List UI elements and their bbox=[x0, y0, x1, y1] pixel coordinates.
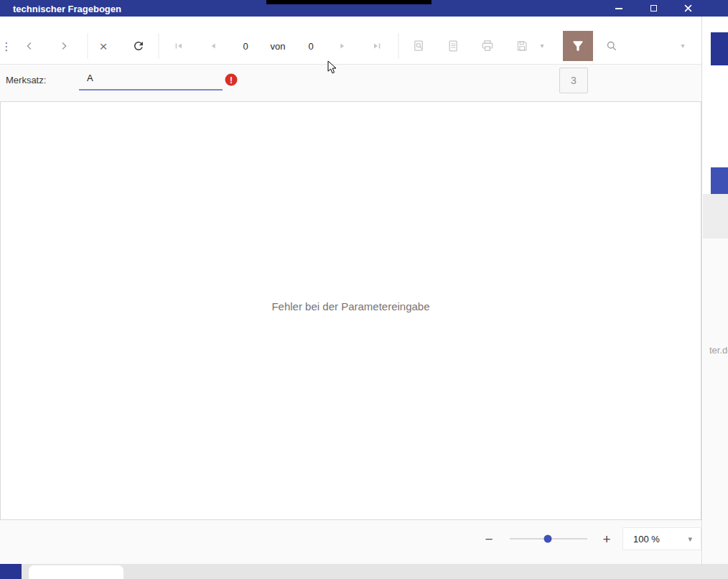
chevron-right-icon bbox=[57, 40, 70, 52]
report-content-area: Fehler bei der Parametereingabe bbox=[0, 101, 701, 520]
close-icon bbox=[684, 4, 692, 12]
background-black-strip bbox=[266, 0, 431, 4]
zoom-bar: − + 100 % ▾ bbox=[0, 520, 701, 564]
toolbar-separator bbox=[398, 33, 399, 59]
first-page-button[interactable] bbox=[174, 41, 184, 51]
mouse-cursor bbox=[327, 60, 338, 75]
close-x-icon: × bbox=[99, 40, 107, 53]
save-icon bbox=[515, 40, 529, 53]
printer-icon bbox=[480, 39, 495, 53]
first-page-icon bbox=[174, 41, 184, 51]
kebab-menu-icon: ⋮ bbox=[1, 41, 12, 52]
filter-button[interactable] bbox=[563, 31, 593, 61]
parameter-error-icon: ! bbox=[225, 74, 238, 86]
document-icon bbox=[447, 40, 460, 53]
chevron-down-icon: ▾ bbox=[681, 42, 684, 50]
next-page-button[interactable] bbox=[337, 41, 347, 51]
page-setup-button[interactable] bbox=[447, 40, 460, 53]
back-button[interactable] bbox=[23, 40, 36, 52]
print-button[interactable] bbox=[480, 39, 495, 53]
export-save-button[interactable] bbox=[515, 40, 529, 53]
zoom-level-select[interactable]: 100 % ▾ bbox=[622, 527, 701, 550]
minus-icon: − bbox=[485, 532, 493, 546]
refresh-icon bbox=[132, 40, 145, 52]
merksatz-label: Merksatz: bbox=[6, 75, 46, 85]
background-corner-navy bbox=[0, 564, 22, 579]
print-preview-icon bbox=[412, 40, 426, 53]
total-pages-field[interactable]: 0 bbox=[308, 42, 313, 51]
chevron-down-icon: ▾ bbox=[688, 535, 692, 543]
error-message: Fehler bei der Parametereingabe bbox=[1, 300, 701, 312]
zoom-in-button[interactable]: + bbox=[602, 532, 610, 546]
toolbar-separator bbox=[159, 33, 159, 59]
zoom-slider-thumb[interactable] bbox=[544, 535, 552, 543]
background-bottom-strip bbox=[0, 564, 728, 579]
background-url-fragment: ter.de bbox=[709, 345, 728, 356]
filter-icon bbox=[571, 39, 585, 53]
minimize-button[interactable] bbox=[602, 0, 636, 17]
parameter-row: Merksatz: ! 3 bbox=[0, 65, 701, 101]
cancel-loading-button[interactable]: × bbox=[99, 40, 107, 53]
minimize-icon bbox=[615, 8, 622, 9]
previous-page-button[interactable] bbox=[208, 41, 218, 51]
last-page-button[interactable] bbox=[372, 41, 382, 51]
parameter-count-button[interactable]: 3 bbox=[559, 68, 588, 93]
last-page-icon bbox=[372, 41, 382, 51]
app-screen: ter.de technischer Fragebogen ⋮ bbox=[0, 0, 728, 579]
report-viewer-dialog: ⋮ × 0 von 0 bbox=[0, 17, 702, 564]
chevron-left-icon bbox=[23, 40, 36, 52]
maximize-icon bbox=[650, 5, 657, 11]
more-menu-button[interactable]: ⋮ bbox=[1, 41, 12, 52]
next-page-icon bbox=[337, 41, 347, 51]
export-dropdown-button[interactable]: ▾ bbox=[540, 42, 543, 50]
zoom-out-button[interactable]: − bbox=[485, 532, 493, 546]
report-toolbar: ⋮ × 0 von 0 bbox=[0, 17, 701, 65]
search-icon bbox=[605, 40, 618, 52]
forward-button[interactable] bbox=[57, 40, 70, 52]
refresh-button[interactable] bbox=[132, 40, 145, 52]
toolbar-separator bbox=[88, 33, 88, 59]
pages-of-label: von bbox=[271, 42, 286, 51]
search-dropdown-button[interactable]: ▾ bbox=[681, 42, 684, 50]
background-block-blue bbox=[711, 167, 728, 194]
plus-icon: + bbox=[602, 532, 610, 546]
background-tab bbox=[29, 565, 123, 579]
print-preview-button[interactable] bbox=[412, 40, 426, 53]
close-button[interactable] bbox=[671, 0, 705, 17]
zoom-level-value: 100 % bbox=[633, 534, 660, 545]
background-strip-gray bbox=[703, 194, 728, 238]
chevron-down-icon: ▾ bbox=[540, 42, 543, 50]
search-button[interactable] bbox=[605, 40, 618, 52]
merksatz-input[interactable] bbox=[79, 67, 223, 91]
window-controls bbox=[602, 0, 705, 17]
background-block-dark bbox=[711, 32, 728, 65]
previous-page-icon bbox=[208, 41, 218, 51]
current-page-field[interactable]: 0 bbox=[243, 42, 248, 51]
maximize-button[interactable] bbox=[636, 0, 671, 17]
background-app-right: ter.de bbox=[703, 17, 728, 564]
window-title: technischer Fragebogen bbox=[13, 3, 121, 14]
